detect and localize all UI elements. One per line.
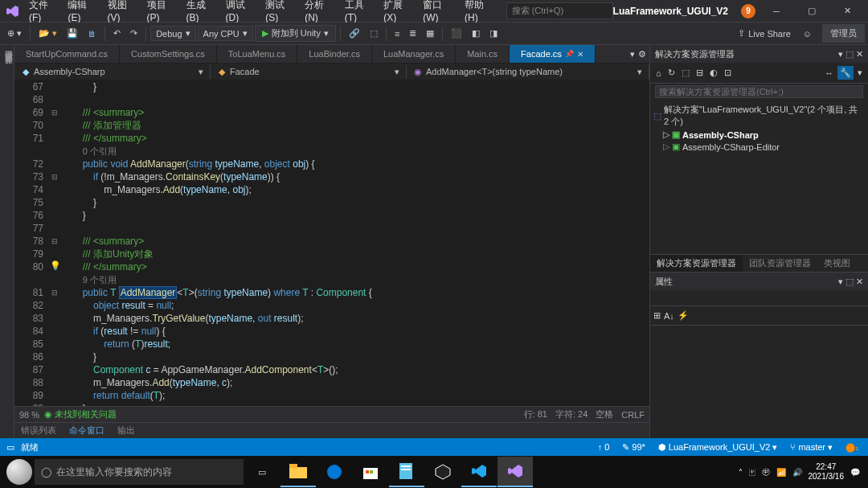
left-rail-server-explorer[interactable]: 服务器资源管理器 <box>0 45 14 438</box>
tab-LuaManager.cs[interactable]: LuaManager.cs <box>372 45 456 63</box>
tb-f-icon[interactable]: ▾ <box>855 66 865 80</box>
nav-back-button[interactable]: ⊕ ▾ <box>3 26 26 41</box>
tray-wifi-icon[interactable]: 📶 <box>776 468 786 477</box>
taskbar-explorer-icon[interactable] <box>280 457 316 487</box>
minimize-button[interactable]: ─ <box>762 1 791 22</box>
home-icon[interactable]: ⌂ <box>653 67 664 80</box>
taskbar-vscode-icon[interactable] <box>461 457 497 487</box>
feedback-icon[interactable]: ☺ <box>799 27 816 41</box>
taskbar-unity-icon[interactable] <box>425 457 461 487</box>
tb-e-icon[interactable]: ↔ <box>822 67 836 80</box>
expand-icon[interactable]: ▷ <box>663 129 669 140</box>
undo-button[interactable]: ↶ <box>109 26 125 41</box>
status-notify-icon[interactable]: ⬤₁ <box>842 442 862 453</box>
tb-b-icon[interactable]: ⊟ <box>694 66 706 80</box>
fold-toggle[interactable]: ⊟ <box>48 235 61 248</box>
live-share-button[interactable]: ⇪ Live Share <box>731 26 797 41</box>
window-title: LuaFramework_UGUI_V2 <box>613 6 728 17</box>
taskbar-vs-icon[interactable] <box>497 457 533 487</box>
tab-LuaBinder.cs[interactable]: LuaBinder.cs <box>297 45 372 63</box>
tb-icon-4[interactable]: ≣ <box>405 26 420 41</box>
tray-ime-icon[interactable]: 🀄︎ <box>749 467 755 477</box>
nav-class-dropdown[interactable]: ◆ Facade▾ <box>211 65 407 79</box>
tab-StartUpCommand.cs[interactable]: StartUpCommand.cs <box>14 45 120 63</box>
tray-chevron-icon[interactable]: ˄ <box>739 468 743 477</box>
task-view-icon[interactable]: ▭ <box>244 457 280 487</box>
status-project[interactable]: ⬢ LuaFramework_UGUI_V2 ▾ <box>655 442 781 453</box>
tray-ime2-icon[interactable]: ㊥ <box>762 466 770 478</box>
tb-d-icon[interactable]: ⊡ <box>722 66 734 80</box>
taskbar-clock[interactable]: 22:472021/3/16 <box>809 462 845 482</box>
tab-ToLuaMenu.cs[interactable]: ToLuaMenu.cs <box>217 45 298 63</box>
tray-volume-icon[interactable]: 🔊 <box>792 468 802 477</box>
solution-icon: ⬚ <box>653 111 661 121</box>
lineending-indicator[interactable]: CRLF <box>621 410 645 420</box>
configuration-dropdown[interactable]: Debug ▾ <box>150 26 195 41</box>
taskbar-search[interactable]: ◯ 在这里输入你要搜索的内容 <box>35 459 244 485</box>
start-avatar-icon[interactable] <box>6 459 32 485</box>
open-button[interactable]: 📂 ▾ <box>35 26 61 41</box>
tb-icon-2[interactable]: ⬚ <box>366 26 382 41</box>
right-tab-0[interactable]: 解决方案资源管理器 <box>650 255 743 272</box>
nav-assembly-dropdown[interactable]: ◆ Assembly-CSharp▾ <box>14 65 211 79</box>
solution-root[interactable]: ⬚ 解决方案"LuaFramework_UGUI_V2"(2 个项目, 共 2 … <box>650 103 868 129</box>
sync-icon[interactable]: ↻ <box>665 66 678 80</box>
expand-icon[interactable]: ▷ <box>663 141 669 152</box>
issues-indicator[interactable]: ◉ 未找到相关问题 <box>44 408 117 420</box>
fold-toggle <box>48 376 61 389</box>
tb-a-icon[interactable]: ⬚ <box>679 66 692 80</box>
solution-tree[interactable]: ⬚ 解决方案"LuaFramework_UGUI_V2"(2 个项目, 共 2 … <box>650 101 868 154</box>
tray-notification-icon[interactable]: 💬 <box>850 468 860 477</box>
tb-icon-5[interactable]: ▦ <box>422 26 438 41</box>
solution-search-input[interactable] <box>655 85 863 98</box>
categorize-icon[interactable]: ⊞ <box>653 310 661 321</box>
events-icon[interactable]: ⚡ <box>678 310 689 321</box>
notification-badge[interactable]: 9 <box>741 4 755 18</box>
fold-toggle[interactable]: ⊟ <box>48 106 61 119</box>
tb-icon-7[interactable]: ◧ <box>468 26 484 41</box>
status-changes[interactable]: ✎ 99* <box>619 442 649 453</box>
panel-dropdown-icon[interactable]: ▾ ⬚ ✕ <box>838 49 863 59</box>
nav-member-dropdown[interactable]: ◉ AddManager<T>(string typeName)▾ <box>407 65 649 79</box>
tb-icon-6[interactable]: ⬛ <box>447 26 466 41</box>
tabs-overflow-icon[interactable]: ▾ <box>630 49 635 59</box>
taskbar-edge-icon[interactable] <box>317 457 352 487</box>
right-tab-1[interactable]: 团队资源管理器 <box>743 255 817 272</box>
run-button[interactable]: ▶附加到 Unity ▾ <box>255 25 336 42</box>
fold-toggle[interactable]: ⊟ <box>48 286 61 299</box>
status-branch[interactable]: ⑂ master ▾ <box>787 442 836 453</box>
output-tab-0[interactable]: 错误列表 <box>14 423 63 438</box>
alpha-sort-icon[interactable]: A↓ <box>664 311 674 321</box>
output-tab-1[interactable]: 命令窗口 <box>63 423 111 439</box>
taskbar-notepad-icon[interactable] <box>389 457 424 487</box>
tabs-settings-icon[interactable]: ⚙ <box>638 49 646 59</box>
spaces-indicator[interactable]: 空格 <box>596 408 613 420</box>
maximize-button[interactable]: ▢ <box>797 1 826 22</box>
tb-icon-8[interactable]: ◨ <box>485 26 502 41</box>
redo-button[interactable]: ↷ <box>126 26 141 41</box>
zoom-percent[interactable]: 98 % <box>19 410 39 420</box>
solution-search[interactable] <box>650 84 868 101</box>
tb-icon-3[interactable]: ≡ <box>391 27 403 41</box>
tb-icon-1[interactable]: 🔗 <box>345 26 364 41</box>
platform-dropdown[interactable]: Any CPU ▾ <box>198 26 253 41</box>
lightbulb-icon[interactable]: 💡 <box>50 260 61 271</box>
status-upload[interactable]: ↑ 0 <box>595 442 613 452</box>
project-assembly-csharp[interactable]: ▷ ▣ Assembly-CSharp <box>650 129 868 141</box>
tb-c-icon[interactable]: ◐ <box>707 66 720 80</box>
tb-wrench-icon[interactable]: 🔧 <box>837 66 854 80</box>
close-button[interactable]: ✕ <box>833 1 862 22</box>
project-assembly-csharp-editor[interactable]: ▷ ▣ Assembly-CSharp-Editor <box>650 141 868 153</box>
tab-Facade.cs[interactable]: Facade.cs 📌 ✕ <box>510 45 596 63</box>
code-editor[interactable]: 💡 67686970717273747576777879808182838485… <box>14 80 649 406</box>
save-all-button[interactable]: 🗎 <box>84 27 100 41</box>
tab-Main.cs[interactable]: Main.cs <box>456 45 510 63</box>
taskbar-store-icon[interactable] <box>353 457 388 487</box>
save-button[interactable]: 💾 <box>63 26 82 41</box>
right-tab-2[interactable]: 类视图 <box>817 255 857 272</box>
panel-dropdown-icon[interactable]: ▾ ⬚ ✕ <box>838 277 863 287</box>
output-tab-2[interactable]: 输出 <box>111 423 141 438</box>
fold-toggle[interactable]: ⊟ <box>48 170 61 183</box>
tab-CustomSettings.cs[interactable]: CustomSettings.cs <box>120 45 217 63</box>
global-search-input[interactable]: 搜索 (Ctrl+Q) <box>506 2 613 19</box>
